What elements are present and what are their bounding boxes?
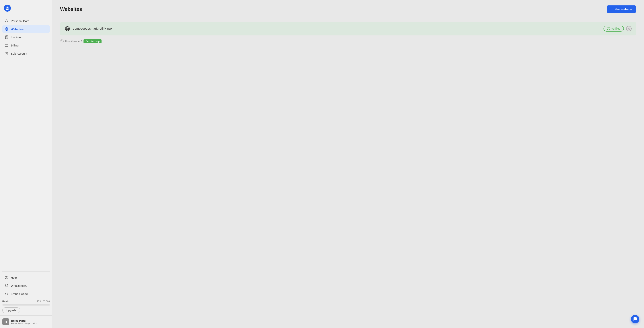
sidebar-item-label: Billing bbox=[11, 44, 18, 47]
sidebar-item-embed-code[interactable]: Embed Code bbox=[2, 290, 50, 298]
globe-icon bbox=[5, 27, 8, 31]
sidebar-item-label: Embed Code bbox=[11, 292, 28, 296]
bell-icon bbox=[5, 284, 8, 288]
logo-icon bbox=[4, 5, 11, 12]
document-icon bbox=[5, 35, 8, 39]
sidebar-item-label: Personal Data bbox=[11, 19, 29, 23]
plan-info: Basic 27 / 100.000 bbox=[2, 300, 50, 303]
question-icon: ? bbox=[60, 39, 64, 43]
plan-count: 27 / 100.000 bbox=[37, 300, 50, 303]
check-icon bbox=[607, 27, 610, 30]
svg-rect-8 bbox=[6, 46, 6, 46]
svg-point-15 bbox=[607, 27, 610, 30]
plus-icon: + bbox=[611, 7, 613, 11]
sidebar-item-billing[interactable]: Billing bbox=[2, 41, 50, 49]
main-content: demopopupsmart.netlify.app Verified bbox=[52, 16, 644, 49]
sidebar-item-label: Help bbox=[11, 276, 17, 279]
get-live-help-button[interactable]: Get Live Help bbox=[84, 39, 102, 43]
person-icon bbox=[5, 19, 8, 23]
website-card-left: demopopupsmart.netlify.app bbox=[65, 26, 112, 31]
sidebar-item-websites[interactable]: Websites bbox=[2, 25, 50, 33]
delete-website-button[interactable] bbox=[626, 26, 632, 31]
page-title: Websites bbox=[60, 6, 82, 12]
website-globe-icon bbox=[65, 26, 70, 31]
sidebar-item-help[interactable]: Help bbox=[2, 274, 50, 281]
sidebar-item-invoices[interactable]: Invoices bbox=[2, 33, 50, 41]
sidebar-bottom: Help What's new? Embed Code bbox=[0, 268, 52, 298]
user-name: Berna Partal bbox=[11, 319, 37, 322]
card-icon bbox=[5, 43, 8, 47]
question-circle-icon bbox=[5, 276, 8, 279]
chat-bubble-button[interactable] bbox=[631, 315, 639, 323]
website-url: demopopupsmart.netlify.app bbox=[73, 27, 112, 30]
how-it-works-text: How it works? bbox=[65, 40, 82, 43]
sidebar-item-label: Websites bbox=[11, 27, 24, 31]
user-section: B Berna Partal Berna Partal's Organizati… bbox=[0, 316, 52, 328]
sidebar-item-label: What's new? bbox=[11, 284, 27, 287]
svg-rect-7 bbox=[5, 44, 8, 46]
main-content-area: Websites + New website demopopupsmart.ne… bbox=[52, 0, 644, 328]
svg-point-10 bbox=[7, 52, 8, 53]
sidebar-item-label: Invoices bbox=[11, 36, 22, 39]
sidebar: Personal Data Websites Invoices bbox=[0, 0, 52, 328]
sidebar-item-label: Sub Account bbox=[11, 52, 27, 55]
user-org: Berna Partal's Organization bbox=[11, 322, 37, 325]
main-header: Websites + New website bbox=[52, 0, 644, 16]
plan-progress-bar bbox=[2, 304, 50, 306]
verified-badge: Verified bbox=[604, 26, 624, 31]
svg-point-3 bbox=[6, 20, 7, 21]
verified-label: Verified bbox=[611, 27, 620, 30]
user-info: Berna Partal Berna Partal's Organization bbox=[11, 319, 37, 325]
sidebar-item-personal-data[interactable]: Personal Data bbox=[2, 17, 50, 25]
logo bbox=[0, 0, 52, 15]
website-card: demopopupsmart.netlify.app Verified bbox=[60, 22, 636, 35]
svg-point-12 bbox=[6, 278, 7, 279]
sidebar-item-sub-account[interactable]: Sub Account bbox=[2, 49, 50, 57]
sidebar-item-whats-new[interactable]: What's new? bbox=[2, 282, 50, 290]
svg-point-1 bbox=[6, 7, 8, 8]
how-it-works: ? How it works? Get Live Help bbox=[60, 39, 636, 43]
plan-section: Basic 27 / 100.000 Upgrade bbox=[0, 298, 52, 316]
new-website-button-label: New website bbox=[614, 7, 632, 11]
new-website-button[interactable]: + New website bbox=[606, 5, 636, 13]
website-card-right: Verified bbox=[604, 26, 632, 31]
svg-point-9 bbox=[6, 52, 7, 53]
plan-name: Basic bbox=[2, 300, 9, 303]
svg-point-2 bbox=[6, 9, 8, 10]
sidebar-nav: Personal Data Websites Invoices bbox=[0, 15, 52, 268]
code-bracket-icon bbox=[5, 292, 8, 296]
upgrade-button[interactable]: Upgrade bbox=[2, 308, 20, 313]
people-icon bbox=[5, 51, 8, 55]
avatar: B bbox=[2, 318, 9, 325]
